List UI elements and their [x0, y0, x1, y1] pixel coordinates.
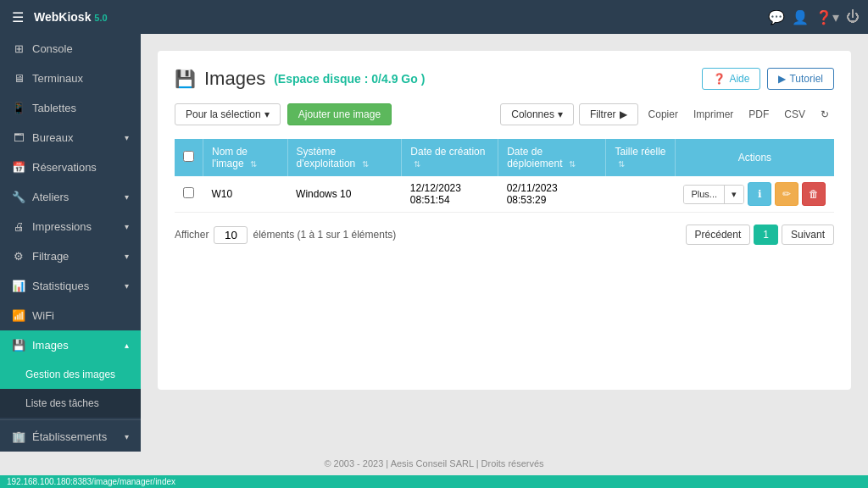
- colonnes-arrow: ▾: [558, 108, 563, 120]
- row-taille: [606, 176, 675, 213]
- delete-button[interactable]: 🗑: [802, 182, 826, 206]
- sidebar-item-bureaux[interactable]: 🗔 Bureaux ▾: [0, 123, 141, 152]
- terminaux-icon: 🖥: [12, 72, 25, 85]
- row-deploiement: 02/11/2023 08:53:29: [498, 176, 606, 213]
- content-area: 💾 Images (Espace disque : 0/4.9 Go ) ❓ A…: [141, 34, 868, 452]
- panel-title-icon: 💾: [175, 69, 196, 89]
- next-page-button[interactable]: Suivant: [782, 225, 834, 245]
- sidebar-item-reservations[interactable]: 📅 Réservations: [0, 152, 141, 182]
- pagination-info: Afficher 10 éléments (1 à 1 sur 1 élémen…: [175, 226, 396, 244]
- taille-sort-icon: ⇅: [618, 159, 625, 169]
- toolbar-right: Colonnes ▾ Filtrer ▶ Copier Imprimer PDF…: [500, 103, 834, 125]
- user-icon[interactable]: 👤: [792, 9, 809, 25]
- page-1-button[interactable]: 1: [754, 225, 778, 245]
- sidebar-item-liste-taches[interactable]: Liste des tâches: [0, 389, 141, 418]
- header-creation-label: Date de création: [410, 146, 485, 158]
- bureaux-arrow: ▾: [125, 133, 129, 142]
- per-page-input[interactable]: 10: [214, 226, 248, 244]
- wifi-icon: 📶: [12, 309, 25, 322]
- image-os: Windows 10: [296, 188, 351, 200]
- disk-info: (Espace disque : 0/4.9 Go ): [274, 72, 425, 86]
- row-actions-cell: Plus... ▾ ℹ ✏ 🗑: [675, 176, 834, 213]
- sidebar-label-statistiques: Statistiques: [32, 280, 89, 292]
- sidebar-label-impressions: Impressions: [32, 220, 92, 233]
- bureaux-icon: 🗔: [12, 131, 25, 144]
- panel: 💾 Images (Espace disque : 0/4.9 Go ) ❓ A…: [158, 51, 851, 390]
- csv-button[interactable]: CSV: [779, 105, 810, 124]
- impressions-icon: 🖨: [12, 220, 25, 233]
- hamburger-button[interactable]: ☰: [8, 6, 27, 29]
- filtrer-label: Filtrer: [590, 108, 616, 120]
- sidebar-item-gestion-images[interactable]: Gestion des images: [0, 360, 141, 389]
- header-checkbox-col: [175, 139, 203, 176]
- tutoriel-button[interactable]: ▶ Tutoriel: [767, 68, 834, 90]
- sidebar-item-statistiques[interactable]: 📊 Statistiques ▾: [0, 271, 141, 301]
- os-sort-icon: ⇅: [362, 159, 369, 169]
- sidebar: ⊞ Console 🖥 Terminaux 📱 Tablettes 🗔 Bure…: [0, 34, 141, 452]
- sidebar-item-console[interactable]: ⊞ Console: [0, 34, 141, 64]
- nom-sort-icon: ⇅: [250, 159, 257, 169]
- play-icon: ▶: [778, 73, 786, 85]
- sidebar-item-impressions[interactable]: 🖨 Impressions ▾: [0, 212, 141, 241]
- select-all-checkbox[interactable]: [183, 151, 194, 162]
- plus-dropdown-arrow[interactable]: ▾: [725, 186, 743, 203]
- plus-button[interactable]: Plus...: [684, 186, 725, 203]
- sidebar-item-wifi[interactable]: 📶 WiFi: [0, 301, 141, 330]
- row-os: Windows 10: [287, 176, 402, 213]
- sidebar-label-terminaux: Terminaux: [32, 72, 83, 85]
- header-deploiement[interactable]: Date de déploiement ⇅: [498, 139, 606, 176]
- copier-button[interactable]: Copier: [643, 105, 683, 124]
- header-actions-label: Actions: [738, 152, 771, 164]
- aide-label: Aide: [729, 73, 749, 85]
- header-creation[interactable]: Date de création ⇅: [402, 139, 498, 176]
- ateliers-icon: 🔧: [12, 191, 25, 203]
- impressions-arrow: ▾: [125, 222, 129, 231]
- header-os[interactable]: Système d'exploitation ⇅: [287, 139, 402, 176]
- panel-header-actions: ❓ Aide ▶ Tutoriel: [702, 68, 834, 90]
- filtrer-button[interactable]: Filtrer ▶: [579, 103, 638, 125]
- topbar-left: ☰ WebKiosk 5.0: [8, 6, 108, 29]
- page-title: Images: [204, 68, 265, 90]
- status-url: 192.168.100.180:8383/image/manager/index: [7, 477, 175, 486]
- sidebar-item-etablissements[interactable]: 🏢 Établissements ▾: [0, 422, 141, 452]
- aide-button[interactable]: ❓ Aide: [702, 68, 760, 90]
- sidebar-label-etablissements: Établissements: [32, 430, 107, 443]
- sidebar-label-gestion-images: Gestion des images: [25, 369, 115, 380]
- logout-icon[interactable]: ⏻: [846, 9, 860, 25]
- sidebar-item-filtrage[interactable]: ⚙ Filtrage ▾: [0, 241, 141, 271]
- row-checkbox-cell: [175, 176, 203, 213]
- colonnes-button[interactable]: Colonnes ▾: [500, 103, 574, 125]
- image-deploiement: 02/11/2023 08:53:29: [507, 182, 558, 206]
- add-image-button[interactable]: Ajouter une image: [287, 103, 392, 125]
- imprimer-button[interactable]: Imprimer: [688, 105, 738, 124]
- console-icon: ⊞: [12, 42, 25, 55]
- images-arrow: ▴: [125, 341, 129, 350]
- app-container: ☰ WebKiosk 5.0 💬 👤 ❓▾ ⏻ ⊞ Console 🖥 Term…: [0, 0, 868, 488]
- images-table: Nom de l'image ⇅ Système d'exploitation …: [175, 139, 834, 213]
- sidebar-label-console: Console: [32, 42, 73, 55]
- edit-button[interactable]: ✏: [775, 182, 798, 206]
- etablissements-icon: 🏢: [12, 430, 25, 443]
- header-nom[interactable]: Nom de l'image ⇅: [203, 139, 288, 176]
- disk-label: (Espace disque :: [274, 72, 368, 86]
- chat-icon[interactable]: 💬: [768, 9, 785, 25]
- help-icon[interactable]: ❓▾: [815, 9, 839, 25]
- prev-page-button[interactable]: Précédent: [686, 225, 751, 245]
- reservations-icon: 📅: [12, 161, 25, 174]
- sidebar-item-tablettes[interactable]: 📱 Tablettes: [0, 93, 141, 123]
- table-row: W10 Windows 10 12/12/2023 08:51:54 02/11…: [175, 176, 834, 213]
- header-taille[interactable]: Taille réelle ⇅: [606, 139, 675, 176]
- sidebar-item-terminaux[interactable]: 🖥 Terminaux: [0, 64, 141, 93]
- selection-button[interactable]: Pour la sélection ▾: [175, 103, 281, 125]
- pdf-button[interactable]: PDF: [743, 105, 774, 124]
- topbar-right: 💬 👤 ❓▾ ⏻: [768, 9, 860, 25]
- row-checkbox[interactable]: [183, 187, 194, 198]
- sidebar-item-images[interactable]: 💾 Images ▴: [0, 330, 141, 360]
- sidebar-item-ateliers[interactable]: 🔧 Ateliers ▾: [0, 182, 141, 212]
- footer-text: © 2003 - 2023 | Aesis Conseil SARL | Dro…: [324, 458, 543, 469]
- top-bar: ☰ WebKiosk 5.0 💬 👤 ❓▾ ⏻: [0, 0, 868, 34]
- info-button[interactable]: ℹ: [748, 182, 771, 206]
- row-nom: W10: [203, 176, 288, 213]
- refresh-button[interactable]: ↻: [815, 105, 834, 124]
- afficher-label: Afficher: [175, 229, 209, 241]
